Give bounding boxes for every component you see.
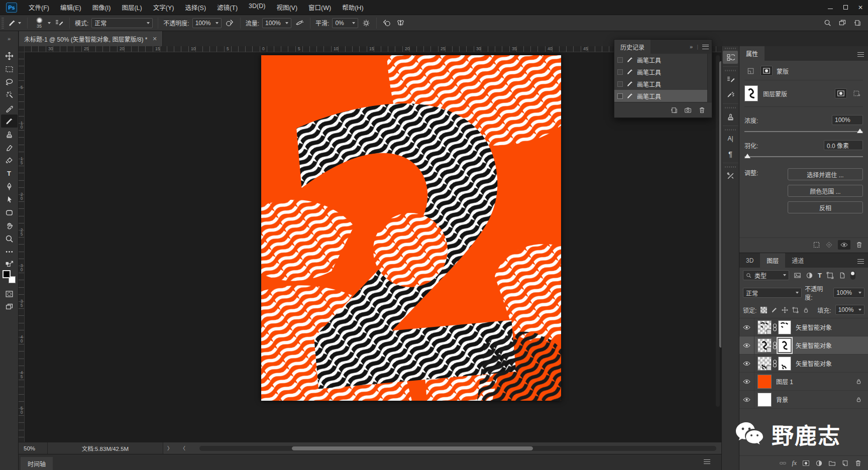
- horizontal-scrollbar[interactable]: [199, 446, 716, 451]
- mask-properties-icon[interactable]: [761, 66, 773, 76]
- layer-row-selected[interactable]: 矢量智能对象: [739, 336, 868, 355]
- maximize-button[interactable]: [838, 0, 853, 15]
- history-entry[interactable]: 画笔工具: [614, 78, 712, 90]
- filter-adjustment-layers-icon[interactable]: [806, 272, 813, 279]
- airbrush-button[interactable]: [294, 18, 305, 28]
- select-and-mask-button[interactable]: 选择并遮住 ...: [788, 168, 863, 180]
- visibility-toggle[interactable]: [739, 391, 754, 408]
- select-mask-icon[interactable]: [835, 88, 847, 98]
- layer-mask-thumbnail[interactable]: [778, 357, 791, 371]
- add-vector-mask-icon[interactable]: [851, 88, 863, 98]
- visibility-toggle[interactable]: [739, 355, 754, 372]
- menu-view[interactable]: 视图(V): [272, 1, 302, 14]
- layer-mask-preview[interactable]: [744, 85, 758, 101]
- new-group-folder-icon[interactable]: [828, 459, 836, 467]
- pen-tool[interactable]: [1, 180, 18, 193]
- properties-menu-button[interactable]: [857, 52, 864, 57]
- marquee-tool[interactable]: [1, 62, 18, 75]
- new-snapshot-camera-icon[interactable]: [684, 106, 692, 114]
- load-selection-from-mask-icon[interactable]: [813, 241, 820, 249]
- document-tab[interactable]: 未标题-1 @ 50% (矢量智能对象, 图层蒙版/8) * ✕: [19, 31, 163, 46]
- menu-file[interactable]: 文件(F): [24, 1, 54, 14]
- layers-menu-button[interactable]: [857, 259, 864, 264]
- layer-row[interactable]: 矢量智能对象: [739, 318, 868, 336]
- layer-name[interactable]: 背景: [776, 395, 788, 404]
- dock-character-button[interactable]: A|: [723, 132, 738, 145]
- share-icon[interactable]: [853, 19, 861, 27]
- eraser-tool[interactable]: [1, 141, 18, 154]
- menu-window[interactable]: 窗口(W): [304, 1, 336, 14]
- layer-name[interactable]: 矢量智能对象: [796, 341, 832, 349]
- filter-toggle-switch[interactable]: [850, 271, 855, 280]
- tab-channels[interactable]: 通道: [785, 253, 810, 268]
- hand-tool[interactable]: [1, 219, 18, 232]
- canvas-artwork[interactable]: 2: [261, 55, 561, 401]
- lock-artboard-icon[interactable]: [792, 307, 799, 313]
- clone-stamp-tool[interactable]: [1, 128, 18, 141]
- move-tool[interactable]: [1, 49, 18, 62]
- visibility-toggle[interactable]: [739, 318, 754, 336]
- pressure-opacity-button[interactable]: [225, 18, 235, 28]
- zoom-tool[interactable]: [1, 232, 18, 245]
- edit-toolbar-button[interactable]: [1, 245, 18, 258]
- pressure-size-button[interactable]: [382, 18, 392, 28]
- type-tool[interactable]: T: [1, 167, 18, 180]
- layer-thumbnail[interactable]: [757, 338, 772, 352]
- history-entry-selected[interactable]: 画笔工具: [614, 90, 712, 102]
- filter-smart-objects-icon[interactable]: [838, 272, 846, 279]
- new-adjustment-layer-icon[interactable]: [815, 459, 823, 467]
- screen-mode-button[interactable]: [1, 300, 18, 313]
- zoom-level-field[interactable]: 50%: [19, 442, 48, 454]
- apply-mask-icon[interactable]: [825, 241, 833, 249]
- filter-type-layers-icon[interactable]: T: [818, 272, 822, 279]
- layer-row[interactable]: 图层 1: [739, 373, 868, 391]
- dock-history-button[interactable]: [723, 51, 738, 64]
- quick-mask-button[interactable]: [1, 287, 18, 300]
- minimize-button[interactable]: [823, 0, 838, 15]
- link-layers-icon[interactable]: [779, 459, 787, 467]
- history-entry[interactable]: 画笔工具: [614, 54, 712, 66]
- new-document-from-state-icon[interactable]: [670, 106, 678, 114]
- menu-select[interactable]: 选择(S): [180, 1, 210, 14]
- add-layer-mask-icon[interactable]: [802, 459, 810, 467]
- path-selection-tool[interactable]: [1, 193, 18, 206]
- collapse-panel-icon[interactable]: »: [690, 44, 693, 50]
- horizontal-scrollbar-thumb[interactable]: [292, 446, 533, 450]
- tab-3d[interactable]: 3D: [739, 253, 760, 268]
- visibility-toggle[interactable]: [739, 373, 754, 390]
- lock-paint-icon[interactable]: [771, 307, 778, 313]
- layer-row[interactable]: 背景: [739, 391, 868, 409]
- lock-transparency-icon[interactable]: [761, 307, 767, 313]
- timeline-tab[interactable]: 时间轴: [21, 457, 53, 470]
- mode-select[interactable]: 正常: [91, 18, 153, 28]
- layer-thumbnail[interactable]: [757, 375, 772, 389]
- quick-selection-tool[interactable]: [1, 88, 18, 101]
- delete-layer-trash-icon[interactable]: [854, 459, 862, 467]
- dock-paragraph-button[interactable]: ¶: [723, 147, 738, 160]
- color-swatches[interactable]: [3, 270, 16, 283]
- layer-mask-thumbnail-selected[interactable]: [778, 338, 791, 352]
- visibility-toggle[interactable]: [739, 336, 754, 354]
- layer-name[interactable]: 矢量智能对象: [796, 359, 832, 368]
- history-source-checkbox[interactable]: [617, 57, 623, 63]
- brush-tool-preset[interactable]: [7, 18, 22, 28]
- filter-shape-layers-icon[interactable]: [826, 272, 834, 279]
- toolbar-collapse-button[interactable]: »: [0, 31, 19, 46]
- history-tab[interactable]: 历史记录: [614, 40, 650, 54]
- dock-tool-presets-button[interactable]: [723, 169, 738, 182]
- brush-picker[interactable]: 35: [33, 17, 51, 29]
- invert-button[interactable]: 反相: [788, 201, 863, 213]
- menu-help[interactable]: 帮助(H): [338, 1, 368, 14]
- paint-symmetry-button[interactable]: [395, 18, 406, 28]
- opacity-input[interactable]: 100%: [192, 18, 222, 28]
- pixel-layer-icon[interactable]: [744, 66, 756, 76]
- eyedropper-tool[interactable]: [1, 101, 18, 114]
- mask-link-icon[interactable]: [773, 323, 777, 331]
- layer-name[interactable]: 图层 1: [776, 377, 793, 386]
- layer-thumbnail[interactable]: [757, 393, 772, 407]
- lock-all-icon[interactable]: [803, 307, 809, 313]
- disable-mask-button[interactable]: [838, 240, 850, 250]
- lock-position-icon[interactable]: [782, 307, 788, 313]
- workspace-switcher-icon[interactable]: [838, 19, 846, 27]
- layer-name[interactable]: 矢量智能对象: [796, 323, 832, 331]
